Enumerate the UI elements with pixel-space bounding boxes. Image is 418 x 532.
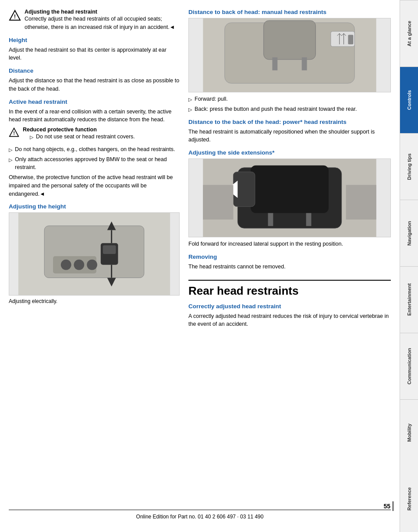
sidebar-tab-driving-tips[interactable]: Driving tips — [400, 133, 418, 200]
page-number: 55 — [383, 503, 390, 510]
bullet-arrow-icon-4: ▷ — [188, 96, 192, 103]
warning-1-text: Correctly adjust the head restraints of … — [25, 15, 180, 32]
sidebar-tab-mobility[interactable]: Mobility — [400, 399, 418, 466]
adj-height-heading: Adjusting the height — [9, 203, 180, 210]
bullet-arrow-icon-5: ▷ — [188, 106, 192, 113]
height-heading: Height — [9, 37, 180, 43]
active-text: In the event of a rear-end collision wit… — [9, 108, 180, 124]
svg-rect-34 — [268, 213, 273, 226]
removing-heading: Removing — [188, 254, 391, 260]
sidebar-tab-at-a-glance[interactable]: At a glance — [400, 0, 418, 67]
bullet-back: ▷ Back: press the button and push the he… — [188, 105, 391, 113]
bullet-arrow-icon-2: ▷ — [9, 146, 12, 154]
sidebar-tab-navigation[interactable]: Navigation — [400, 200, 418, 266]
bullet-arrow-icon-3: ▷ — [9, 156, 12, 172]
rear-heading: Rear head restraints — [188, 280, 391, 298]
dist-back-head-heading: Distance to back of head: manual head re… — [188, 9, 391, 15]
sidebar-tab-entertainment-label: Entertainment — [407, 284, 412, 316]
correctly-adj-text: A correctly adjusted head restraint redu… — [188, 312, 391, 329]
page-number-bar — [392, 501, 394, 511]
do-not-hang-text: Do not hang objects, e.g., clothes hange… — [15, 145, 175, 154]
svg-point-8 — [74, 260, 84, 270]
svg-rect-11 — [103, 245, 116, 254]
sidebar: At a glance Controls Driving tips Naviga… — [400, 0, 418, 532]
removing-text: The head restraints cannot be removed. — [188, 263, 391, 271]
page-number-area: 55 — [383, 501, 394, 511]
svg-rect-20 — [302, 57, 307, 70]
sidebar-tab-at-a-glance-label: At a glance — [407, 21, 412, 46]
forward-text: Forward: pull. — [195, 95, 228, 103]
dist-power-heading: Distance to the back of the head: power*… — [188, 119, 391, 125]
svg-point-7 — [61, 260, 71, 270]
reduced-content: Reduced protective function ▷ Do not use… — [23, 127, 135, 143]
height-text: Adjust the head restraint so that its ce… — [9, 46, 180, 63]
footer-text: Online Edition for Part no. 01 40 2 606 … — [136, 514, 264, 520]
sidebar-tab-reference-label: Reference — [407, 487, 412, 511]
otherwise-text: Otherwise, the protective function of th… — [9, 173, 180, 198]
bullet-only-attach: ▷ Only attach accessories approved by BM… — [9, 155, 180, 172]
bullet-forward: ▷ Forward: pull. — [188, 95, 391, 103]
only-attach-text: Only attach accessories approved by BMW … — [15, 155, 180, 172]
sidebar-tab-entertainment[interactable]: Entertainment — [400, 266, 418, 333]
sidebar-tab-controls[interactable]: Controls — [400, 67, 418, 133]
sidebar-tab-controls-label: Controls — [407, 90, 412, 110]
reduced-bullet-1-text: Do not use seat or head restraint covers… — [36, 133, 135, 141]
svg-rect-37 — [346, 185, 376, 219]
svg-rect-28 — [348, 35, 353, 45]
adjust-height-image — [9, 212, 180, 296]
reduced-title: Reduced protective function — [23, 127, 135, 133]
active-heading: Active head restraint — [9, 99, 180, 105]
svg-rect-31 — [251, 166, 329, 213]
dist-power-text: The head restraint is automatically repo… — [188, 128, 391, 144]
sidebar-tab-navigation-label: Navigation — [407, 221, 412, 245]
svg-point-9 — [87, 260, 97, 270]
bullet-arrow-icon: ▷ — [30, 134, 33, 141]
reduced-warning-icon: ! — [9, 127, 19, 138]
sidebar-tab-communication-label: Communication — [407, 348, 412, 384]
svg-text:!: ! — [14, 13, 16, 20]
bullet-do-not-hang: ▷ Do not hang objects, e.g., clothes han… — [9, 145, 180, 154]
sidebar-tab-mobility-label: Mobility — [407, 424, 412, 442]
back-text: Back: press the button and push the head… — [195, 105, 357, 113]
reduced-warning-box: ! Reduced protective function ▷ Do not u… — [9, 127, 180, 143]
distance-text: Adjust the distance so that the head res… — [9, 77, 180, 93]
svg-rect-36 — [203, 185, 233, 219]
svg-rect-19 — [272, 57, 277, 70]
adj-side-text: Fold forward for increased lateral suppo… — [188, 240, 391, 248]
page-footer: Online Edition for Part no. 01 40 2 606 … — [9, 510, 391, 523]
manual-head-restraint-image — [188, 18, 391, 92]
adj-side-heading: Adjusting the side extensions* — [188, 149, 391, 156]
warning-box-1: ! Adjusting the head restraint Correctly… — [9, 9, 180, 32]
warning-triangle-icon: ! — [9, 10, 21, 22]
warning-1-title: Adjusting the head restraint — [25, 9, 180, 15]
correctly-adj-heading: Correctly adjusted head restraint — [188, 303, 391, 310]
sidebar-tab-communication[interactable]: Communication — [400, 333, 418, 399]
reduced-bullet-1: ▷ Do not use seat or head restraint cove… — [30, 133, 135, 141]
svg-rect-35 — [306, 213, 312, 226]
side-extensions-image — [188, 159, 391, 237]
sidebar-tab-driving-tips-label: Driving tips — [407, 153, 412, 180]
adj-electrically-label: Adjusting electrically. — [9, 298, 180, 304]
sidebar-tab-reference[interactable]: Reference — [400, 466, 418, 532]
distance-heading: Distance — [9, 67, 180, 74]
svg-text:!: ! — [13, 130, 15, 136]
warning-1-content: Adjusting the head restraint Correctly a… — [25, 9, 180, 32]
svg-rect-18 — [264, 21, 316, 60]
